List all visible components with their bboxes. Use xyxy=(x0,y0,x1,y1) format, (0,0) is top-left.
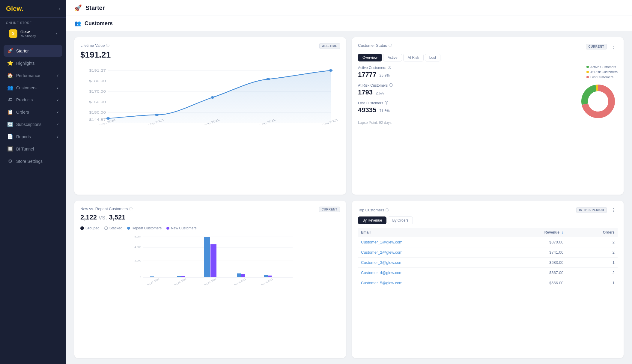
page-header: 👥 Customers xyxy=(66,16,632,31)
customer-email-5[interactable]: Customer_5@glew.com xyxy=(358,278,494,288)
reports-chevron-icon: ∨ xyxy=(56,135,59,139)
store-item[interactable]: G Glew 🛍 Shopify › xyxy=(6,27,60,40)
tab-at-risk[interactable]: At Risk xyxy=(403,54,424,61)
grouped-radio-circle xyxy=(80,226,84,230)
legend-lost: Lost Customers xyxy=(586,75,618,79)
bar-repeat-4 xyxy=(237,273,241,277)
bar-chart-svg: 5,054 4,000 2,000 0 xyxy=(80,234,340,285)
tab-overview[interactable]: Overview xyxy=(358,54,382,61)
new-vs-repeat-badge[interactable]: CURRENT xyxy=(319,207,340,212)
sidebar-item-subscriptions[interactable]: 🔄 Subscriptions ∨ xyxy=(4,118,62,130)
status-metrics: Active Customers ⓘ 17777 25.8% At Risk C… xyxy=(358,65,486,125)
table-header-row: Email Revenue ↓ Orders xyxy=(358,228,618,237)
col-email: Email xyxy=(358,228,494,237)
donut-svg xyxy=(579,82,618,121)
stacked-radio[interactable]: Stacked xyxy=(104,226,122,230)
top-customers-info-icon[interactable]: ⓘ xyxy=(386,208,389,212)
svg-text:4,000: 4,000 xyxy=(134,246,141,249)
sidebar-item-bi-tunnel[interactable]: 🔲 BI Tunnel xyxy=(4,143,62,155)
customer-email-2[interactable]: Customer_2@glew.com xyxy=(358,247,494,258)
sidebar-collapse-button[interactable]: ‹ xyxy=(58,6,60,11)
sidebar-item-starter[interactable]: 🚀 Starter xyxy=(4,45,62,57)
customer-orders-3: 1 xyxy=(566,258,618,268)
table-row: Customer_2@glew.com $741.00 2 xyxy=(358,247,618,258)
table-row: Customer_3@glew.com $683.00 1 xyxy=(358,258,618,268)
sidebar-item-highlights[interactable]: ⭐ Highlights xyxy=(4,57,62,69)
svg-point-12 xyxy=(155,114,159,116)
top-customers-more-button[interactable]: ⋮ xyxy=(609,207,618,213)
customers-table-body: Customer_1@glew.com $870.00 2 Customer_2… xyxy=(358,237,618,288)
bar-new-2 xyxy=(181,276,185,277)
customers-icon: 👥 xyxy=(7,85,13,91)
sidebar-item-customers[interactable]: 👥 Customers ∨ xyxy=(4,82,62,94)
svg-text:Nov 2, 2021: Nov 2, 2021 xyxy=(234,278,246,285)
grouped-radio[interactable]: Grouped xyxy=(80,226,100,230)
svg-text:$191.27: $191.27 xyxy=(89,69,106,73)
customer-orders-5: 1 xyxy=(566,278,618,288)
new-vs-repeat-value: 2,122 vs. 3,521 xyxy=(80,213,340,221)
performance-chevron-icon: ∨ xyxy=(56,73,59,77)
lifetime-value-chart: $191.27 $180.00 $170.00 $160.00 $150.00 … xyxy=(80,64,340,124)
customers-chevron-icon: ∨ xyxy=(56,86,59,90)
sidebar-item-orders[interactable]: 📋 Orders ∨ xyxy=(4,106,62,118)
page-title: Customers xyxy=(85,20,113,27)
bar-new-1 xyxy=(154,277,158,277)
performance-icon: 🏠 xyxy=(7,73,13,78)
bar-chart: 5,054 4,000 2,000 0 xyxy=(80,234,340,282)
customer-email-1[interactable]: Customer_1@glew.com xyxy=(358,237,494,247)
customer-status-badge[interactable]: CURRENT xyxy=(586,44,607,49)
sort-revenue-icon[interactable]: ↓ xyxy=(562,230,563,234)
customer-revenue-5: $666.00 xyxy=(494,278,566,288)
svg-point-15 xyxy=(329,69,332,72)
lifetime-value-header: Lifetime Value ⓘ ALL-TIME xyxy=(80,43,340,49)
svg-point-11 xyxy=(106,117,110,120)
legend-active: Active Customers xyxy=(586,65,618,69)
sidebar-item-store-settings[interactable]: ⚙ Store Settings xyxy=(4,155,62,167)
chart-controls: Grouped Stacked Repeat Customers New Cus… xyxy=(80,226,340,230)
active-info-icon[interactable]: ⓘ xyxy=(388,65,391,70)
at-risk-info-icon[interactable]: ⓘ xyxy=(389,83,393,88)
status-content: Active Customers ⓘ 17777 25.8% At Risk C… xyxy=(358,65,618,125)
shopify-icon: 🛍 xyxy=(20,34,24,38)
customer-email-4[interactable]: Customer_4@glew.com xyxy=(358,268,494,278)
customer-status-title: Customer Status ⓘ xyxy=(358,43,392,48)
col-orders: Orders xyxy=(566,228,618,237)
top-customers-actions: IN THIS PERIOD ⋮ xyxy=(576,207,618,213)
bi-tunnel-icon: 🔲 xyxy=(7,146,13,152)
starter-icon: 🚀 xyxy=(7,48,13,54)
page-header-icon: 👥 xyxy=(74,20,81,27)
subscriptions-chevron-icon: ∨ xyxy=(56,122,59,126)
logo-text: Glew. xyxy=(6,5,23,13)
customer-status-info-icon[interactable]: ⓘ xyxy=(389,43,392,48)
store-platform: 🛍 Shopify xyxy=(20,34,36,38)
tab-active[interactable]: Active xyxy=(383,54,402,61)
lifetime-value-badge[interactable]: ALL-TIME xyxy=(319,43,340,49)
bar-new-4 xyxy=(241,274,245,277)
tab-lost[interactable]: Lost xyxy=(425,54,441,61)
svg-text:$144.87: $144.87 xyxy=(89,118,106,122)
customer-revenue-1: $870.00 xyxy=(494,237,566,247)
customer-email-3[interactable]: Customer_3@glew.com xyxy=(358,258,494,268)
customer-status-more-button[interactable]: ⋮ xyxy=(609,43,618,50)
svg-text:2,000: 2,000 xyxy=(134,259,141,262)
store-label: ONLINE STORE xyxy=(6,21,60,25)
sidebar-item-reports[interactable]: 📄 Reports ∨ xyxy=(4,131,62,142)
new-vs-repeat-header: New vs. Repeat Customers ⓘ CURRENT xyxy=(80,207,340,212)
svg-text:0: 0 xyxy=(140,276,141,279)
tab-by-revenue[interactable]: By Revenue xyxy=(358,216,386,224)
table-row: Customer_1@glew.com $870.00 2 xyxy=(358,237,618,247)
svg-text:$150.00: $150.00 xyxy=(89,111,106,115)
tab-by-orders[interactable]: By Orders xyxy=(388,216,413,224)
sidebar-item-performance[interactable]: 🏠 Performance ∨ xyxy=(4,70,62,81)
sidebar-item-products[interactable]: 🏷 Products ∨ xyxy=(4,94,62,106)
top-customers-badge[interactable]: IN THIS PERIOD xyxy=(576,207,607,213)
new-vs-repeat-info-icon[interactable]: ⓘ xyxy=(129,207,133,211)
lost-info-icon[interactable]: ⓘ xyxy=(385,100,388,106)
highlights-icon: ⭐ xyxy=(7,60,13,66)
top-customers-tabs: By Revenue By Orders xyxy=(358,216,618,224)
lifetime-value-info-icon[interactable]: ⓘ xyxy=(106,43,109,48)
col-revenue: Revenue ↓ xyxy=(494,228,566,237)
customer-status-card: Customer Status ⓘ CURRENT ⋮ Overview Act… xyxy=(352,37,624,195)
content-grid: Lifetime Value ⓘ ALL-TIME $191.21 xyxy=(66,31,632,364)
sidebar-logo: Glew. ‹ xyxy=(0,0,66,18)
